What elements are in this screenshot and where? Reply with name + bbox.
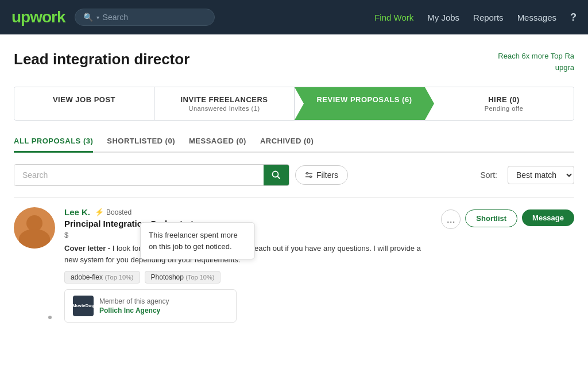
skills-row: adobe-flex (Top 10%) Photoshop (Top 10%) <box>64 271 432 284</box>
search-icon: 🔍 <box>83 13 93 22</box>
agency-name[interactable]: Pollich Inc Agency <box>99 306 169 315</box>
proposals-search-button[interactable] <box>264 165 289 185</box>
search-dropdown-icon: ▾ <box>96 14 99 21</box>
avatar <box>14 207 55 249</box>
message-button[interactable]: Message <box>522 209 574 226</box>
freelancer-header-row: Lee K. ⚡ Boosted <box>64 207 432 217</box>
svg-point-5 <box>310 176 312 178</box>
boosted-badge: ⚡ Boosted <box>95 208 131 216</box>
job-stepper: VIEW JOB POST INVITE FREELANCERS Unanswe… <box>14 87 574 121</box>
skill-photoshop: Photoshop (Top 10%) <box>145 271 221 284</box>
agency-box[interactable]: Movie Dog Member of this agency Pollich … <box>64 289 237 323</box>
avatar-container <box>14 207 55 323</box>
agency-label: Member of this agency <box>99 297 169 305</box>
card-actions: ... Shortlist Message <box>441 207 574 323</box>
main-nav: Find Work My Jobs Reports Messages ? <box>374 11 577 24</box>
tooltip-text: This freelancer spent more on this job t… <box>149 231 238 251</box>
tab-all-proposals[interactable]: ALL PROPOSALS (3) <box>14 137 93 153</box>
svg-point-4 <box>307 173 308 174</box>
step-invite-sub: Unanswered Invites (1) <box>164 105 285 112</box>
more-options-button[interactable]: ... <box>441 209 461 229</box>
help-button[interactable]: ? <box>570 11 577 24</box>
boosted-label: Boosted <box>106 208 131 216</box>
search-icon <box>272 170 281 180</box>
step-view-job-post[interactable]: VIEW JOB POST <box>14 87 154 120</box>
freelancer-name[interactable]: Lee K. <box>64 207 90 217</box>
proposals-search-row: Filters Sort: Best match Newest first Ol… <box>14 164 574 186</box>
filters-icon <box>305 171 313 179</box>
online-indicator <box>47 315 53 320</box>
sort-select[interactable]: Best match Newest first Oldest first <box>508 166 574 184</box>
page-title: Lead integration director <box>14 51 189 68</box>
nav-messages[interactable]: Messages <box>517 13 556 22</box>
step-hire-sub: Pending offe <box>443 105 564 112</box>
logo[interactable]: upwork <box>11 8 65 26</box>
global-search-bar[interactable]: 🔍 ▾ <box>75 9 215 26</box>
agency-info: Member of this agency Pollich Inc Agency <box>99 297 169 315</box>
step-review-proposals[interactable]: REVIEW PROPOSALS (6) <box>295 87 434 120</box>
page-content: Lead integration director Reach 6x more … <box>0 34 588 392</box>
tab-shortlisted[interactable]: SHORTLISTED (0) <box>107 137 175 153</box>
upgrade-prompt[interactable]: Reach 6x more Top Ra upgra <box>498 51 574 73</box>
global-search-input[interactable] <box>103 13 206 22</box>
agency-logo: Movie Dog <box>73 296 94 316</box>
filters-button[interactable]: Filters <box>295 165 348 185</box>
filters-label: Filters <box>316 170 338 180</box>
step-view-job-post-label: VIEW JOB POST <box>53 95 115 104</box>
boosted-tooltip: This freelancer spent more on this job t… <box>140 222 255 259</box>
earned-label: $ <box>64 231 68 239</box>
cover-letter-prefix: Cover letter - <box>64 244 110 253</box>
tab-messaged[interactable]: MESSAGED (0) <box>189 137 246 153</box>
sort-label: Sort: <box>480 170 497 180</box>
header: upwork 🔍 ▾ Find Work My Jobs Reports Mes… <box>0 0 588 34</box>
tab-archived[interactable]: ARCHIVED (0) <box>260 137 314 153</box>
page-header: Lead integration director Reach 6x more … <box>14 51 574 73</box>
upgrade-line2: upgra <box>498 62 574 73</box>
upgrade-line1: Reach 6x more Top Ra <box>498 51 574 62</box>
proposals-search-input[interactable] <box>14 165 264 185</box>
step-review-label: REVIEW PROPOSALS (6) <box>316 95 412 104</box>
nav-find-work[interactable]: Find Work <box>374 13 413 22</box>
step-invite-freelancers[interactable]: INVITE FREELANCERS Unanswered Invites (1… <box>154 87 295 120</box>
proposals-search-container[interactable] <box>14 164 289 186</box>
nav-reports[interactable]: Reports <box>473 13 504 22</box>
skill-photoshop-badge: (Top 10%) <box>185 274 214 281</box>
svg-line-1 <box>277 176 280 178</box>
step-invite-label: INVITE FREELANCERS <box>164 95 285 104</box>
shortlist-button[interactable]: Shortlist <box>465 209 517 227</box>
proposal-card: Lee K. ⚡ Boosted Principal Integration O… <box>14 197 574 332</box>
nav-my-jobs[interactable]: My Jobs <box>427 13 459 22</box>
step-hire[interactable]: HIRE (0) Pending offe <box>434 87 574 120</box>
step-hire-label: HIRE (0) <box>443 95 564 104</box>
bolt-icon: ⚡ <box>95 208 104 216</box>
proposals-tabs: ALL PROPOSALS (3) SHORTLISTED (0) MESSAG… <box>14 137 574 153</box>
skill-adobe-flex: adobe-flex (Top 10%) <box>64 271 140 284</box>
skill-adobe-flex-badge: (Top 10%) <box>105 274 133 281</box>
